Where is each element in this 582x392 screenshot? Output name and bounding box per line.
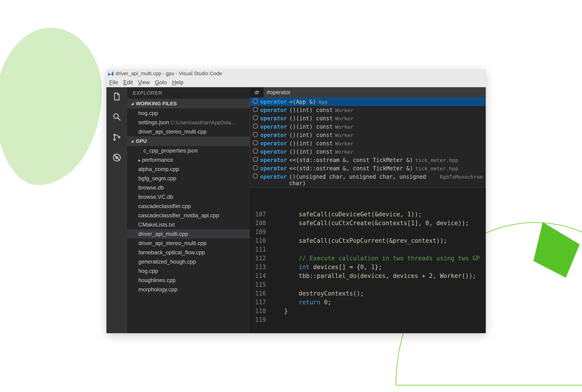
- suggestion-row[interactable]: operator()(int) constWorker: [250, 139, 486, 148]
- suggestion-signature: ()(int) const: [289, 148, 333, 155]
- file-item[interactable]: hog.cpp: [127, 266, 250, 276]
- suggestion-source: Worker: [335, 116, 353, 122]
- line-number: 116: [250, 289, 266, 298]
- file-item[interactable]: houghlines.cpp: [127, 276, 250, 285]
- symbol-icon: [253, 157, 258, 162]
- suggestion-name: operator: [260, 124, 287, 130]
- suggestion-row[interactable]: operator<<(std::ostream &, const TickMet…: [250, 156, 486, 164]
- suggestion-name: operator: [260, 115, 287, 122]
- suggestion-name: operator: [260, 107, 287, 114]
- suggestion-source: Worker: [335, 141, 353, 146]
- file-item[interactable]: browse.db: [127, 183, 250, 192]
- line-number: 110: [250, 236, 266, 245]
- file-item[interactable]: generalized_hough.cpp: [127, 257, 250, 266]
- code-line: [270, 228, 486, 236]
- line-number: 117: [250, 298, 266, 306]
- code-line: destroyContexts();: [270, 289, 486, 298]
- folder-header[interactable]: GPU: [127, 136, 250, 146]
- suggestion-source: Worker: [335, 149, 353, 155]
- line-number: 112: [250, 254, 266, 263]
- folder-item[interactable]: performance: [127, 155, 250, 164]
- file-item[interactable]: driver_api_stereo_multi.cpp: [127, 238, 250, 248]
- code-line: }: [270, 306, 486, 316]
- line-gutter: 107108109110111112113114115116117118119: [250, 210, 270, 333]
- editor-tabs: dr #operator: [250, 87, 486, 98]
- symbol-search-input[interactable]: #operator: [264, 87, 486, 98]
- git-icon[interactable]: [111, 132, 122, 143]
- code-line: // Execute calculation in two threads us…: [270, 254, 486, 263]
- svg-point-0: [114, 114, 118, 118]
- code-line: return 0;: [270, 298, 486, 306]
- file-item[interactable]: bgfg_segm.cpp: [127, 174, 250, 183]
- code-line: [270, 316, 486, 324]
- search-icon[interactable]: [111, 111, 122, 122]
- code-line: int devices[] = {0, 1};: [270, 263, 486, 272]
- line-number: 115: [250, 280, 266, 289]
- working-file[interactable]: settings.jsonC:\Users\aasthan\AppData...: [127, 118, 250, 127]
- suggestion-list: operator=(App &)Appoperator()(int) const…: [250, 98, 486, 188]
- line-number: 118: [250, 306, 266, 316]
- suggestion-source: tick_meter.hpp: [415, 157, 458, 163]
- menu-view[interactable]: View: [138, 79, 150, 86]
- working-file[interactable]: hog.cpp: [127, 108, 250, 118]
- menu-bar: File Edit View Goto Help: [106, 78, 486, 87]
- file-item[interactable]: browse.VC.db: [127, 192, 250, 202]
- suggestion-source: App: [318, 99, 328, 105]
- symbol-icon: [253, 107, 258, 112]
- symbol-icon: [253, 148, 258, 154]
- file-item[interactable]: driver_api_multi.cpp: [127, 229, 250, 238]
- suggestion-signature: ()(int) const: [289, 115, 333, 122]
- suggestion-source: Worker: [335, 124, 353, 130]
- line-number: 119: [250, 316, 266, 324]
- file-item[interactable]: morphology.cpp: [127, 285, 250, 294]
- suggestion-name: operator: [260, 98, 287, 105]
- suggestion-row[interactable]: operator()(int) constWorker: [250, 106, 486, 114]
- debug-icon[interactable]: [111, 152, 122, 163]
- vscode-logo-icon: [108, 71, 113, 76]
- explorer-title: EXPLORER: [127, 87, 250, 99]
- suggestion-row[interactable]: operator=(App &)App: [250, 98, 486, 106]
- code-line: [270, 280, 486, 289]
- files-icon[interactable]: [111, 91, 122, 102]
- window-title: driver_api_multi.cpp - gpu - Visual Stud…: [116, 70, 222, 76]
- vscode-window: driver_api_multi.cpp - gpu - Visual Stud…: [106, 70, 486, 333]
- menu-edit[interactable]: Edit: [123, 79, 133, 86]
- suggestion-row[interactable]: operator()(int) constWorker: [250, 131, 486, 139]
- suggestion-row[interactable]: operator()(int) constWorker: [250, 114, 486, 123]
- file-item[interactable]: c_cpp_properties.json: [127, 146, 250, 155]
- suggestion-row[interactable]: operator()(int) constWorker: [250, 148, 486, 156]
- svg-point-1: [114, 134, 115, 136]
- code-view[interactable]: 107108109110111112113114115116117118119 …: [250, 210, 486, 333]
- menu-help[interactable]: Help: [172, 79, 183, 86]
- suggestion-source: RgbToMonochrom: [440, 174, 483, 180]
- suggestion-name: operator: [260, 157, 287, 163]
- file-item[interactable]: CMakeLists.txt: [127, 220, 250, 229]
- symbol-icon: [253, 115, 258, 120]
- suggestion-row[interactable]: operator()(unsigned char, unsigned char,…: [250, 173, 486, 188]
- menu-goto[interactable]: Goto: [155, 79, 167, 86]
- suggestion-name: operator: [260, 132, 287, 138]
- symbol-icon: [253, 140, 258, 145]
- code-line: safeCall(cuDeviceGet(&device, 1));: [270, 210, 486, 219]
- file-item[interactable]: alpha_comp.cpp: [127, 164, 250, 174]
- suggestion-signature: <<(std::ostream &, const TickMeter &): [289, 157, 413, 163]
- code-lines: safeCall(cuDeviceGet(&device, 1)); safeC…: [270, 210, 486, 333]
- menu-file[interactable]: File: [109, 79, 118, 86]
- file-item[interactable]: cascadeclassifier_nvidia_api.cpp: [127, 211, 250, 220]
- working-files-header[interactable]: WORKING FILES: [127, 99, 250, 108]
- working-file[interactable]: driver_api_stereo_multi.cpp: [127, 127, 250, 136]
- bg-shape-1: [0, 28, 102, 185]
- suggestion-row[interactable]: operator<<(std::ostream &, const TickMet…: [250, 164, 486, 173]
- code-line: safeCall(cuCtxPopCurrent(&prev_context))…: [270, 236, 486, 245]
- file-item[interactable]: cascadeclassifier.cpp: [127, 202, 250, 211]
- suggestion-row[interactable]: operator()(int) constWorker: [250, 123, 486, 131]
- code-line: [270, 245, 486, 254]
- suggestion-name: operator: [260, 140, 287, 147]
- line-number: 113: [250, 263, 266, 272]
- line-number: 107: [250, 210, 266, 219]
- editor-area: dr #operator operator=(App &)Appoperator…: [250, 87, 486, 333]
- explorer-sidebar: EXPLORER WORKING FILES hog.cppsettings.j…: [127, 87, 250, 333]
- suggestion-signature: =(App &): [289, 98, 316, 105]
- file-item[interactable]: farneback_optical_flow.cpp: [127, 248, 250, 257]
- window-titlebar[interactable]: driver_api_multi.cpp - gpu - Visual Stud…: [106, 70, 486, 78]
